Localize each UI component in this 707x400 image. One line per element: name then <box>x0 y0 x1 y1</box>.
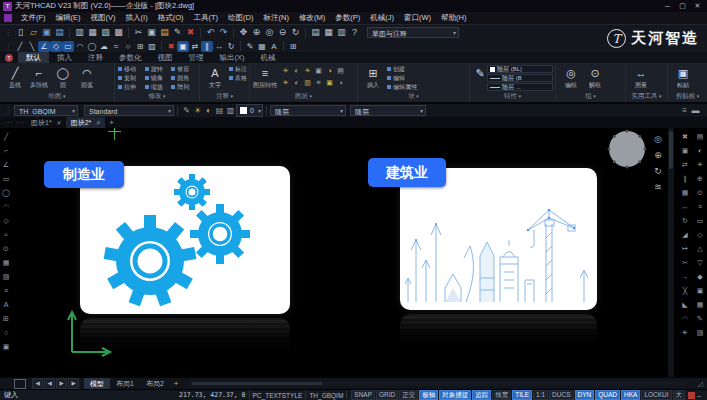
text-tool[interactable]: A 文字 <box>203 65 227 90</box>
mirror-icon[interactable]: ⇄ <box>189 41 201 52</box>
status-toggle[interactable]: 线宽 <box>492 390 511 400</box>
etransmit-icon[interactable]: ▩ <box>112 26 125 39</box>
first-layout-icon[interactable]: ◀ <box>32 378 43 389</box>
ellipse-icon[interactable]: ○ <box>0 326 12 340</box>
pan-icon[interactable]: ✥ <box>237 26 250 39</box>
panel-caption-properties[interactable]: 特性 <box>470 92 555 101</box>
osnap-icon[interactable]: ◇ <box>694 228 706 242</box>
status-toggle[interactable]: 对象捕捉 <box>439 390 471 400</box>
close-tab-icon[interactable] <box>95 119 100 126</box>
status-toggle[interactable]: 1:1 <box>533 390 548 400</box>
panel-caption-annotate[interactable]: 注释 <box>200 92 249 101</box>
zoom-previous-icon[interactable]: ⊖ <box>276 26 289 39</box>
dimension-tool[interactable]: 标注 <box>229 65 247 74</box>
copy-icon[interactable]: ▣ <box>177 41 189 52</box>
linetype-icon[interactable]: ≡ <box>679 106 690 115</box>
textstyle-dropdown[interactable]: Standard <box>84 105 174 116</box>
panel-caption-layers[interactable]: 图层 <box>250 92 357 101</box>
hatch-edit-icon[interactable]: ▨ <box>694 326 706 340</box>
toolbar-grip[interactable]: ⋮ <box>4 28 12 37</box>
edit-attributes-tool[interactable]: 编辑属性 <box>387 83 417 92</box>
layer-toggle-icon[interactable]: ◐ <box>291 65 302 77</box>
layer-freeze-icon[interactable]: ◐ <box>694 144 706 158</box>
new-tab-button[interactable]: + <box>105 118 118 127</box>
modify-tool[interactable]: 圆角 <box>171 74 196 83</box>
arc-icon[interactable]: ◠ <box>74 41 86 52</box>
create-block-tool[interactable]: 创建 <box>387 65 417 74</box>
panel-caption-clipboard[interactable]: 剪贴板 <box>668 92 707 101</box>
menu-item[interactable]: 窗口(W) <box>399 13 436 23</box>
lineweight-icon[interactable]: ▬ <box>690 106 701 115</box>
block-icon[interactable]: ▣ <box>0 340 12 354</box>
ribbon-tab[interactable]: 机械 <box>253 52 284 63</box>
ribbon-tab[interactable]: 参数化 <box>111 52 150 63</box>
prev-layout-icon[interactable]: ◀ <box>44 378 55 389</box>
toolbar-icon[interactable] <box>283 41 284 51</box>
construction-line-icon[interactable]: ╲ <box>26 41 38 52</box>
construction-label[interactable]: 建筑业 <box>368 158 446 187</box>
line-icon[interactable]: ╱ <box>14 41 26 52</box>
redo-icon[interactable]: ↷ <box>217 26 230 39</box>
layer-toggle-icon[interactable]: ▥ <box>302 77 313 89</box>
status-toggle[interactable]: 大 <box>673 390 686 400</box>
erase-icon[interactable]: ✖ <box>184 26 197 39</box>
layer-toggle-icon[interactable]: ◐ <box>291 77 302 89</box>
menu-item[interactable]: 绘图(D) <box>223 13 258 23</box>
region-icon[interactable]: ≡ <box>0 284 12 298</box>
move-icon[interactable]: ↔ <box>213 41 225 52</box>
modify-tool[interactable]: 修剪 <box>171 65 196 74</box>
layer-properties-tool[interactable]: ≡ 图层特性 <box>253 65 277 90</box>
open-icon[interactable]: ▱ <box>27 26 40 39</box>
extend-icon[interactable]: → <box>679 270 691 284</box>
move-icon[interactable]: ↔ <box>679 200 691 214</box>
hatch-icon[interactable]: ▨ <box>146 41 158 52</box>
layer-properties-icon[interactable]: ▤ <box>694 130 706 144</box>
ribbon-tab[interactable]: 默认 <box>18 52 49 63</box>
circle-icon[interactable]: ◯ <box>0 186 12 200</box>
collapse-icon[interactable]: ‒ <box>697 392 701 399</box>
ribbon-tab[interactable]: 视图 <box>150 52 181 63</box>
fillet-icon[interactable]: ◠ <box>679 312 691 326</box>
hatch-icon[interactable]: ▨ <box>0 270 12 284</box>
workspace-dropdown[interactable]: 草图与注释 <box>367 27 459 38</box>
toolbar-grip[interactable]: ⋮ <box>4 42 12 51</box>
erase-icon[interactable]: ✖ <box>679 130 691 144</box>
grid-view-icon[interactable]: ⊞ <box>287 41 299 52</box>
zoom-window-icon[interactable]: ◎ <box>263 26 276 39</box>
file-tab[interactable]: 图块1* <box>26 117 66 128</box>
modify-tool[interactable]: 移动 <box>118 65 143 74</box>
offset-icon[interactable]: ∥ <box>679 172 691 186</box>
copy-clip-icon[interactable]: ▣ <box>145 26 158 39</box>
status-toggle[interactable]: 正交 <box>399 390 418 400</box>
edit-icon[interactable]: ✎ <box>694 312 706 326</box>
panel-caption-block[interactable]: 块 <box>358 92 469 101</box>
command-window-icon[interactable] <box>14 379 26 389</box>
layer-toggle-icon[interactable]: ☀ <box>280 65 291 77</box>
revcloud-icon[interactable]: ☁ <box>98 41 110 52</box>
panel-caption-utilities[interactable]: 实用工具 <box>626 92 667 101</box>
layer-toggle-icon[interactable]: ☀ <box>302 65 313 77</box>
table-tool[interactable]: 表格 <box>229 74 247 83</box>
ellipse-icon[interactable]: ○ <box>122 41 134 52</box>
full-nav-wheel-icon[interactable]: ◎ <box>652 132 664 148</box>
manufacturing-label[interactable]: 制造业 <box>44 161 124 188</box>
up-icon[interactable]: △ <box>694 242 706 256</box>
maximize-button[interactable]: ▢ <box>675 2 690 10</box>
status-toggle[interactable]: HKA <box>621 390 640 400</box>
trim-icon[interactable]: ✂ <box>679 256 691 270</box>
copy-icon[interactable]: ▣ <box>679 144 691 158</box>
menu-item[interactable]: 修改(M) <box>294 13 330 23</box>
status-toggle[interactable]: GRID <box>376 390 398 400</box>
offset-icon[interactable]: ∥ <box>201 41 213 52</box>
status-toggle[interactable]: QUAD <box>595 390 620 400</box>
close-button[interactable]: ✕ <box>690 2 705 10</box>
polygon-icon[interactable]: ◇ <box>50 41 62 52</box>
arc-tool[interactable]: ◠ 圆弧 <box>75 65 99 90</box>
vertical-scrollbar[interactable] <box>668 128 674 377</box>
circle-object[interactable] <box>606 128 648 170</box>
orbit-icon[interactable]: ↻ <box>652 164 664 180</box>
menu-item[interactable]: 机械(J) <box>365 13 399 23</box>
menu-item[interactable]: 视图(V) <box>86 13 121 23</box>
circle-tool[interactable]: ◯ 圆 <box>51 65 75 90</box>
modify-tool[interactable]: 复制 <box>118 74 143 83</box>
